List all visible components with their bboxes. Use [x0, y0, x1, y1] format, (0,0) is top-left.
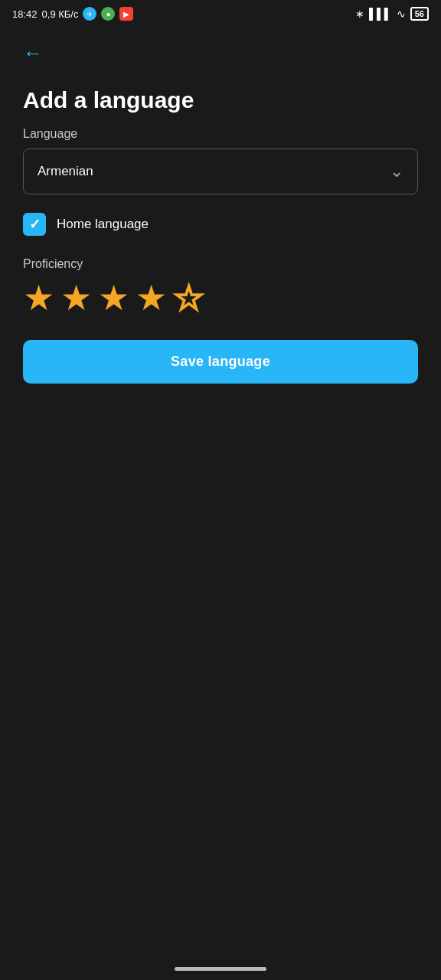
checkmark-icon: ✓ — [29, 216, 41, 233]
language-field-label: Language — [23, 127, 418, 141]
star-4[interactable]: ★ — [136, 280, 167, 315]
status-left: 18:42 0,9 КБ/с ✈ ● ▶ — [12, 7, 133, 21]
language-dropdown[interactable]: Armenian ⌄ — [23, 149, 418, 194]
red-app-icon: ▶ — [119, 7, 133, 21]
home-language-label: Home language — [57, 217, 149, 232]
wifi-icon: ∿ — [397, 8, 406, 20]
proficiency-label: Proficiency — [23, 257, 418, 271]
back-arrow-icon: ← — [23, 43, 43, 63]
chevron-down-icon: ⌄ — [390, 162, 403, 181]
home-indicator — [175, 967, 266, 971]
back-button[interactable]: ← — [23, 40, 43, 66]
page-title: Add a language — [23, 87, 418, 113]
bluetooth-icon: ∗ — [355, 8, 364, 20]
signal-icon: ▌▌▌ — [369, 8, 392, 20]
home-language-row: ✓ Home language — [23, 213, 418, 236]
star-2[interactable]: ★ — [60, 280, 92, 315]
network-speed: 0,9 КБ/с — [42, 8, 79, 20]
save-language-button[interactable]: Save language — [23, 340, 418, 384]
green-app-icon: ● — [101, 7, 115, 21]
proficiency-stars: ★ ★ ★ ★ ☆ — [23, 280, 418, 315]
main-content: ← Add a language Language Armenian ⌄ ✓ H… — [0, 28, 441, 396]
star-5[interactable]: ☆ — [173, 280, 204, 315]
star-3[interactable]: ★ — [98, 280, 129, 315]
status-bar: 18:42 0,9 КБ/с ✈ ● ▶ ∗ ▌▌▌ ∿ 56 — [0, 0, 441, 28]
time-text: 18:42 — [12, 8, 38, 20]
language-dropdown-value: Armenian — [38, 164, 93, 179]
telegram-icon: ✈ — [83, 7, 96, 21]
battery-indicator: 56 — [410, 7, 429, 21]
home-language-checkbox[interactable]: ✓ — [23, 213, 46, 236]
status-right: ∗ ▌▌▌ ∿ 56 — [355, 7, 429, 21]
star-1[interactable]: ★ — [23, 280, 54, 315]
